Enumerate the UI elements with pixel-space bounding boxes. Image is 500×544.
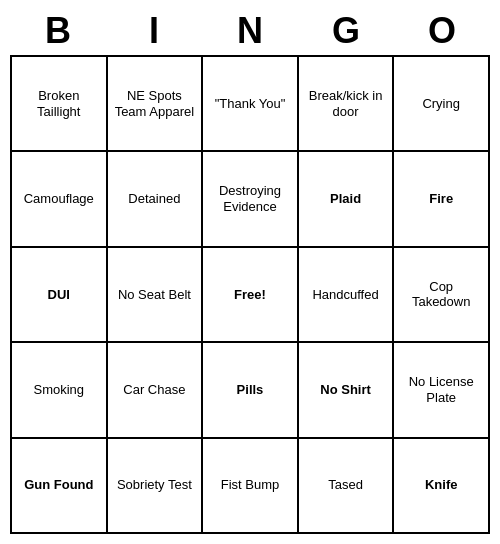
grid-cell-3-1: Car Chase [107, 342, 203, 437]
grid-cell-1-3: Plaid [298, 151, 394, 246]
grid-cell-3-4: No License Plate [393, 342, 489, 437]
bingo-grid: Broken TaillightNE Spots Team Apparel"Th… [10, 56, 490, 534]
bingo-title: BINGO [10, 10, 490, 52]
grid-cell-4-0: Gun Found [11, 438, 107, 533]
grid-cell-3-2: Pills [202, 342, 298, 437]
grid-row-3: SmokingCar ChasePillsNo ShirtNo License … [11, 342, 489, 437]
grid-cell-4-2: Fist Bump [202, 438, 298, 533]
grid-row-2: DUINo Seat BeltFree!HandcuffedCop Takedo… [11, 247, 489, 342]
grid-row-4: Gun FoundSobriety TestFist BumpTasedKnif… [11, 438, 489, 533]
grid-cell-2-2: Free! [202, 247, 298, 342]
grid-cell-4-4: Knife [393, 438, 489, 533]
grid-cell-1-4: Fire [393, 151, 489, 246]
grid-cell-0-3: Break/kick in door [298, 56, 394, 151]
bingo-letter-n: N [202, 10, 298, 52]
grid-cell-1-1: Detained [107, 151, 203, 246]
grid-cell-2-0: DUI [11, 247, 107, 342]
grid-cell-0-0: Broken Taillight [11, 56, 107, 151]
bingo-letter-i: I [106, 10, 202, 52]
grid-cell-3-0: Smoking [11, 342, 107, 437]
grid-row-1: CamouflageDetainedDestroying EvidencePla… [11, 151, 489, 246]
grid-cell-2-3: Handcuffed [298, 247, 394, 342]
grid-cell-4-1: Sobriety Test [107, 438, 203, 533]
grid-cell-1-0: Camouflage [11, 151, 107, 246]
grid-cell-0-2: "Thank You" [202, 56, 298, 151]
bingo-letter-o: O [394, 10, 490, 52]
bingo-letter-b: B [10, 10, 106, 52]
grid-cell-3-3: No Shirt [298, 342, 394, 437]
grid-row-0: Broken TaillightNE Spots Team Apparel"Th… [11, 56, 489, 151]
grid-cell-1-2: Destroying Evidence [202, 151, 298, 246]
grid-cell-4-3: Tased [298, 438, 394, 533]
bingo-letter-g: G [298, 10, 394, 52]
grid-cell-0-1: NE Spots Team Apparel [107, 56, 203, 151]
grid-cell-2-4: Cop Takedown [393, 247, 489, 342]
grid-cell-0-4: Crying [393, 56, 489, 151]
grid-cell-2-1: No Seat Belt [107, 247, 203, 342]
